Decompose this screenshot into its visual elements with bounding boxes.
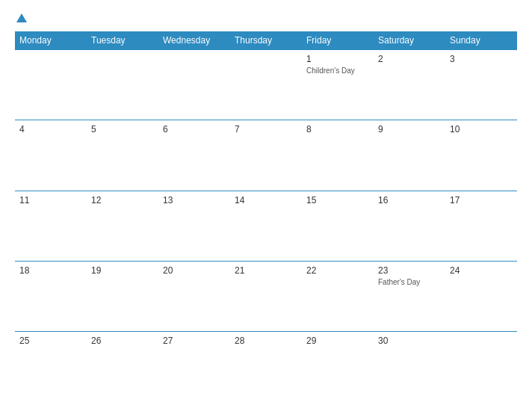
calendar-cell: 16 — [374, 191, 445, 261]
day-number: 11 — [19, 195, 82, 206]
calendar-table: MondayTuesdayWednesdayThursdayFridaySatu… — [15, 31, 517, 402]
calendar-cell: 4 — [15, 120, 87, 191]
day-number: 29 — [306, 336, 369, 346]
calendar-cell: 28 — [230, 332, 302, 402]
weekday-header-tuesday: Tuesday — [87, 31, 158, 50]
day-number: 15 — [306, 195, 369, 206]
holiday-label: Children's Day — [306, 66, 369, 75]
calendar-cell: 23Father's Day — [374, 261, 445, 331]
day-number: 14 — [235, 195, 297, 206]
calendar-cell: 21 — [230, 261, 302, 331]
day-number: 12 — [91, 195, 154, 206]
day-number: 5 — [91, 124, 154, 135]
calendar-cell: 18 — [15, 261, 87, 331]
calendar-cell: 10 — [445, 120, 517, 191]
weekday-header-wednesday: Wednesday — [158, 31, 230, 50]
calendar-cell: 13 — [158, 191, 230, 261]
calendar-cell: 26 — [87, 332, 158, 402]
week-row-3: 11121314151617 — [15, 191, 517, 261]
calendar-cell: 9 — [374, 120, 445, 191]
calendar-cell: 25 — [15, 332, 87, 402]
day-number: 8 — [306, 124, 369, 135]
day-number: 30 — [378, 336, 441, 346]
calendar-cell: 27 — [158, 332, 230, 402]
day-number: 21 — [235, 265, 297, 276]
day-number: 24 — [450, 265, 513, 276]
day-number: 22 — [306, 265, 369, 276]
calendar-cell: 2 — [374, 50, 445, 120]
logo — [15, 13, 27, 24]
day-number: 26 — [91, 336, 154, 346]
calendar-cell: 19 — [87, 261, 158, 331]
week-row-1: 1Children's Day23 — [15, 50, 517, 120]
day-number: 9 — [378, 124, 441, 135]
calendar-cell: 14 — [230, 191, 302, 261]
day-number: 27 — [163, 336, 226, 346]
header — [15, 13, 517, 24]
day-number: 28 — [235, 336, 297, 346]
calendar-cell: 8 — [302, 120, 374, 191]
calendar-cell — [445, 332, 517, 402]
day-number: 2 — [378, 54, 441, 64]
day-number: 19 — [91, 265, 154, 276]
calendar-cell: 22 — [302, 261, 374, 331]
logo-triangle-icon — [16, 13, 27, 22]
holiday-label: Father's Day — [378, 277, 441, 287]
calendar-cell: 20 — [158, 261, 230, 331]
calendar-cell: 7 — [230, 120, 302, 191]
weekday-header-row: MondayTuesdayWednesdayThursdayFridaySatu… — [15, 31, 517, 50]
day-number: 20 — [163, 265, 226, 276]
week-row-4: 181920212223Father's Day24 — [15, 261, 517, 331]
calendar-cell — [158, 50, 230, 120]
calendar-cell: 29 — [302, 332, 374, 402]
calendar-cell: 15 — [302, 191, 374, 261]
calendar-cell: 5 — [87, 120, 158, 191]
day-number: 3 — [450, 54, 513, 64]
day-number: 13 — [163, 195, 226, 206]
day-number: 4 — [19, 124, 82, 135]
week-row-2: 45678910 — [15, 120, 517, 191]
calendar-cell: 11 — [15, 191, 87, 261]
day-number: 25 — [19, 336, 82, 346]
day-number: 16 — [378, 195, 441, 206]
day-number: 18 — [19, 265, 82, 276]
weekday-header-friday: Friday — [302, 31, 374, 50]
day-number: 23 — [378, 265, 441, 276]
day-number: 10 — [450, 124, 513, 135]
calendar-cell: 30 — [374, 332, 445, 402]
calendar-cell — [87, 50, 158, 120]
calendar-cell: 1Children's Day — [302, 50, 374, 120]
calendar-cell — [230, 50, 302, 120]
day-number: 6 — [163, 124, 226, 135]
weekday-header-thursday: Thursday — [230, 31, 302, 50]
calendar-cell: 6 — [158, 120, 230, 191]
day-number: 1 — [306, 54, 369, 64]
weekday-header-sunday: Sunday — [445, 31, 517, 50]
weekday-header-monday: Monday — [15, 31, 87, 50]
calendar-cell: 12 — [87, 191, 158, 261]
day-number: 7 — [235, 124, 297, 135]
day-number: 17 — [450, 195, 513, 206]
calendar-cell: 24 — [445, 261, 517, 331]
weekday-header-saturday: Saturday — [374, 31, 445, 50]
week-row-5: 252627282930 — [15, 332, 517, 402]
calendar-cell: 17 — [445, 191, 517, 261]
calendar-cell — [15, 50, 87, 120]
calendar-cell: 3 — [445, 50, 517, 120]
calendar-page: MondayTuesdayWednesdayThursdayFridaySatu… — [0, 0, 532, 411]
